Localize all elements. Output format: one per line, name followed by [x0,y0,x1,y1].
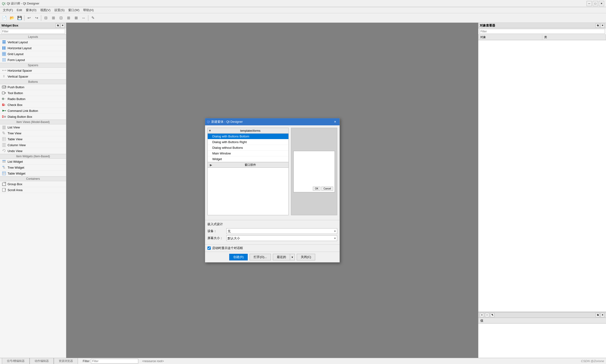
menu-help[interactable]: 帮助(H) [81,8,96,13]
svg-rect-12 [2,60,4,60]
template-item-dialog-buttons-bottom[interactable]: Dialog with Buttons Bottom [208,134,289,139]
property-zoom-in[interactable]: + [480,313,484,317]
menu-file[interactable]: 文件(F) [1,8,15,13]
template-item-dialog-without-buttons[interactable]: Dialog without Buttons [208,145,289,151]
widget-item-dialog-button-box[interactable]: Dialog Button Box [0,114,66,120]
widget-item-form-layout[interactable]: Form Layout [0,57,66,63]
svg-rect-2 [2,43,6,44]
device-select[interactable]: 无 [226,228,337,234]
widget-item-radio-button[interactable]: Radio Button [0,96,66,102]
template-item-main-window[interactable]: Main Window [208,151,289,156]
toolbar-adjust[interactable]: ↔ [80,14,87,22]
widget-item-horizontal-layout[interactable]: Horizontal Layout [0,45,66,51]
property-close[interactable]: ✕ [600,313,605,317]
svg-text:⟷: ⟷ [2,69,6,72]
widget-item-tree-widget[interactable]: Tree Widget [0,165,66,170]
widget-item-column-view[interactable]: Column View [0,142,66,148]
toolbar-layout-h[interactable]: ⊟ [42,14,49,22]
create-button[interactable]: 创建(R) [229,254,248,260]
menu-w[interactable]: 窗口(W) [66,8,81,13]
maximize-button[interactable]: □ [593,1,598,6]
widget-item-horizontal-spacer[interactable]: ⟷ Horizontal Spacer [0,68,66,74]
show-on-startup-checkbox[interactable] [207,247,211,250]
dialog-top-area: ▼ templates\forms Dialog with Buttons Bo… [207,128,337,215]
toolbar-layout-grid[interactable]: ⊡ [57,14,64,22]
embedded-design-section: 嵌入式设计 设备： 无 ▼ 屏幕大小： 默认大小 ▼ [205,220,340,244]
svg-rect-56 [3,167,5,168]
category-containers: Containers [0,176,66,181]
watermark: CSDN @Zorione [581,359,604,363]
widget-item-grid-layout[interactable]: Grid Layout [0,51,66,57]
widget-item-group-box[interactable]: Group Group Box [0,181,66,187]
category-item-views: Item Views (Model-Based) [0,120,66,124]
svg-rect-44 [2,137,6,141]
widget-item-undo-view[interactable]: Undo View [0,148,66,154]
recent-button[interactable]: 最近的 [273,254,290,260]
object-viewer-float[interactable]: ⧉ [596,23,600,28]
widget-box-filter-input[interactable] [1,29,65,34]
widget-item-tree-view[interactable]: Tree View [0,130,66,136]
svg-rect-9 [4,54,6,56]
widget-item-tool-button[interactable]: Tool Button [0,90,66,96]
widget-box-float[interactable]: ⧉ [56,23,60,28]
device-row: 设备： 无 ▼ [207,228,337,234]
menu-settings[interactable]: 设置(S) [52,8,66,13]
undo-view-icon [2,149,6,153]
template-item-widget[interactable]: Widget [208,156,289,162]
widget-box-close[interactable]: ✕ [60,23,65,28]
property-float[interactable]: ⧉ [596,313,600,317]
signal-slot-tab[interactable]: 信号/槽编辑器 [2,358,30,364]
vertical-layout-label: Vertical Layout [8,40,28,44]
object-viewer-close[interactable]: ✕ [600,23,605,28]
tool-button-label: Tool Button [8,91,23,95]
toolbar-new[interactable]: 📄 [1,14,8,22]
action-editor-tab[interactable]: 动作编辑器 [30,358,54,364]
template-item-dialog-buttons-right[interactable]: Dialog with Buttons Right [208,139,289,145]
push-button-icon: OK [2,85,6,89]
widget-item-command-link-button[interactable]: Command Link Button [0,108,66,114]
dialog-close-button[interactable]: ✕ [332,119,338,124]
object-filter-input[interactable] [479,29,605,34]
close-button[interactable]: ✕ [599,1,604,6]
resource-browser-tab[interactable]: 资源浏览器 [54,358,78,364]
menu-view[interactable]: 视图(V) [38,8,52,13]
toolbar-save[interactable]: 💾 [16,14,23,22]
toolbar-layout-break[interactable]: ⊠ [72,14,80,22]
svg-rect-27 [5,104,6,105]
widget-item-push-button[interactable]: OK Push Button [0,84,66,90]
widget-box-title: Widget Box [1,24,18,27]
property-zoom-out[interactable]: − [485,313,489,317]
toolbar-redo[interactable]: ↪ [33,14,40,22]
property-edit[interactable]: ✎ [490,313,495,317]
svg-rect-7 [4,52,6,54]
toolbar-edit[interactable]: ✎ [89,14,96,22]
toolbar-open[interactable]: 📂 [9,14,16,22]
radio-button-icon [2,97,6,101]
dialog-close-btn[interactable]: 关闭(C) [297,254,315,260]
widget-item-table-widget[interactable]: Table Widget [0,170,66,176]
toolbar-layout-v[interactable]: ⊞ [50,14,57,22]
widget-item-list-widget[interactable]: List Widget [0,159,66,165]
minimize-button[interactable]: ─ [587,1,592,6]
widget-item-table-view[interactable]: Table View [0,136,66,142]
template-sub-arrow[interactable]: ▶ [209,163,213,167]
menu-edit[interactable]: Edit [15,8,24,12]
svg-text:⇳: ⇳ [3,75,5,78]
toolbar-undo[interactable]: ↩ [25,14,32,22]
menu-window[interactable]: 窗体(O) [24,8,38,13]
resource-filter-input[interactable] [91,359,138,364]
screen-select[interactable]: 默认大小 [226,235,337,241]
svg-rect-58 [2,172,6,175]
open-button[interactable]: 打开(O)... [250,254,271,260]
widget-item-vertical-layout[interactable]: Vertical Layout [0,39,66,45]
recent-arrow[interactable]: ▼ [290,254,295,260]
scroll-area-label: Scroll Area [8,188,23,192]
toolbar-layout-form[interactable]: ⊞ [65,14,72,22]
resource-root: <resource root> [142,359,164,363]
widget-item-list-view[interactable]: List View [0,124,66,130]
template-collapse-arrow[interactable]: ▼ [208,129,212,132]
horizontal-layout-label: Horizontal Layout [8,46,31,50]
widget-item-vertical-spacer[interactable]: ⇳ Vertical Spacer [0,74,66,79]
widget-item-check-box[interactable]: ✓ Check Box [0,102,66,108]
widget-item-scroll-area[interactable]: Scroll Area [0,187,66,193]
